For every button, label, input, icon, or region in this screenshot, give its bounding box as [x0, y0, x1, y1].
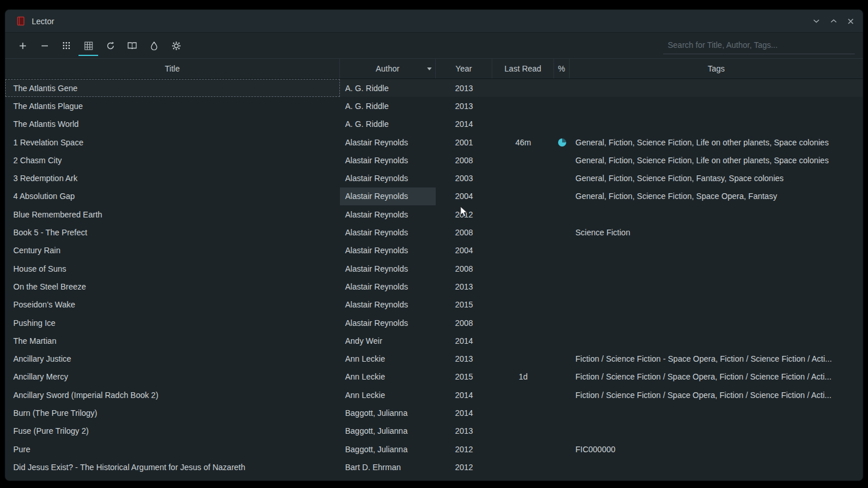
table-row[interactable]: The Atlantis Plague A. G. Riddle 2013 [5, 97, 863, 115]
cell-author[interactable]: Alastair Reynolds [340, 169, 436, 187]
cell-title[interactable]: Ancillary Sword (Imperial Radch Book 2) [5, 386, 340, 404]
cell-percent[interactable] [554, 169, 570, 187]
cell-title[interactable]: The Atlantis Gene [5, 79, 340, 97]
cell-title[interactable]: House of Suns [5, 260, 340, 277]
cell-year[interactable]: 2013 [436, 422, 492, 440]
cell-author[interactable]: Alastair Reynolds [340, 296, 436, 314]
cell-tags[interactable] [570, 205, 863, 223]
cell-last-read[interactable] [492, 458, 554, 476]
cell-percent[interactable] [554, 260, 570, 277]
table-row[interactable]: 3 Redemption Ark Alastair Reynolds 2003 … [5, 169, 863, 187]
cell-year[interactable]: 2013 [436, 97, 492, 115]
cell-title[interactable]: Poseidon's Wake [5, 296, 340, 314]
table-view-button[interactable] [79, 35, 98, 56]
settings-button[interactable] [167, 35, 185, 56]
cell-last-read[interactable]: 1d [492, 368, 554, 386]
cell-year[interactable]: 2013 [436, 350, 492, 367]
cell-last-read[interactable] [492, 296, 554, 314]
cell-author[interactable]: Ann Leckie [340, 368, 436, 386]
cell-author[interactable]: A. G. Riddle [340, 97, 436, 115]
cell-tags[interactable]: General, Fiction, Science Fiction, Life … [570, 151, 863, 169]
column-header-year[interactable]: Year [436, 59, 492, 78]
cell-percent[interactable] [554, 314, 570, 332]
cell-percent[interactable] [554, 296, 570, 314]
cell-tags[interactable] [570, 332, 863, 350]
cell-title[interactable]: On the Steel Breeze [5, 277, 340, 295]
table-row[interactable]: The Atlantis World A. G. Riddle 2014 [5, 115, 863, 133]
cell-year[interactable]: 2014 [436, 332, 492, 350]
cell-last-read[interactable] [492, 332, 554, 350]
cell-percent[interactable] [554, 458, 570, 476]
column-header-last-read[interactable]: Last Read [492, 59, 554, 78]
cell-last-read[interactable] [492, 422, 554, 440]
cell-percent[interactable] [554, 223, 570, 241]
cell-year[interactable]: 2013 [436, 79, 492, 97]
cell-tags[interactable] [570, 422, 863, 440]
refresh-library-button[interactable] [101, 35, 119, 56]
table-row[interactable]: House of Suns Alastair Reynolds 2008 [5, 260, 863, 277]
cell-percent[interactable] [554, 151, 570, 169]
cell-year[interactable]: 2008 [436, 223, 492, 241]
cell-tags[interactable] [570, 404, 863, 422]
cell-author[interactable]: Alastair Reynolds [340, 242, 436, 260]
cell-last-read[interactable] [492, 151, 554, 169]
cell-percent[interactable] [554, 133, 570, 151]
cell-tags[interactable] [570, 242, 863, 260]
cell-title[interactable]: The Atlantis Plague [5, 97, 340, 115]
cell-title[interactable]: Century Rain [5, 242, 340, 260]
cell-tags[interactable]: Fiction / Science Fiction / Space Opera,… [570, 368, 863, 386]
column-header-author[interactable]: Author [340, 59, 436, 78]
cell-year[interactable]: 2008 [436, 314, 492, 332]
cell-percent[interactable] [554, 368, 570, 386]
cell-last-read[interactable]: 46m [492, 133, 554, 151]
table-row[interactable]: On the Steel Breeze Alastair Reynolds 20… [5, 277, 863, 295]
table-row[interactable]: 2 Chasm City Alastair Reynolds 2008 Gene… [5, 151, 863, 169]
cell-tags[interactable]: FIC000000 [570, 440, 863, 458]
table-row[interactable]: Century Rain Alastair Reynolds 2004 [5, 242, 863, 260]
shade-window-button[interactable] [811, 16, 821, 27]
cover-view-button[interactable] [57, 35, 76, 56]
cell-author[interactable]: Ann Leckie [340, 350, 436, 367]
cell-author[interactable]: Baggott, Julianna [340, 422, 436, 440]
cell-tags[interactable]: General, Fiction, Science Fiction, Life … [570, 133, 863, 151]
cell-author[interactable]: Baggott, Julianna [340, 404, 436, 422]
cell-percent[interactable] [554, 386, 570, 404]
cell-year[interactable]: 2012 [436, 440, 492, 458]
cell-last-read[interactable] [492, 223, 554, 241]
cell-author[interactable]: Alastair Reynolds [340, 314, 436, 332]
cell-title[interactable]: Fuse (Pure Trilogy 2) [5, 422, 340, 440]
cell-year[interactable]: 2004 [436, 187, 492, 205]
table-row[interactable]: Pushing Ice Alastair Reynolds 2008 [5, 314, 863, 332]
cell-last-read[interactable] [492, 169, 554, 187]
cell-last-read[interactable] [492, 260, 554, 277]
cell-title[interactable]: Book 5 - The Prefect [5, 223, 340, 241]
cell-percent[interactable] [554, 277, 570, 295]
cell-last-read[interactable] [492, 386, 554, 404]
cell-last-read[interactable] [492, 115, 554, 133]
cell-percent[interactable] [554, 440, 570, 458]
cell-percent[interactable] [554, 422, 570, 440]
column-header-percent[interactable]: % [554, 59, 570, 78]
cell-author[interactable]: Baggott, Julianna [340, 440, 436, 458]
cell-tags[interactable] [570, 277, 863, 295]
cell-year[interactable]: 2015 [436, 296, 492, 314]
cell-tags[interactable]: Science Fiction [570, 223, 863, 241]
cell-author[interactable]: Bart D. Ehrman [340, 458, 436, 476]
cell-author[interactable]: Alastair Reynolds [340, 187, 436, 205]
cell-tags[interactable]: General, Fiction, Science Fiction, Space… [570, 187, 863, 205]
table-row[interactable]: Ancillary Justice Ann Leckie 2013 Fictio… [5, 350, 863, 367]
cell-year[interactable]: 2014 [436, 404, 492, 422]
table-row[interactable]: Ancillary Sword (Imperial Radch Book 2) … [5, 386, 863, 404]
cell-percent[interactable] [554, 79, 570, 97]
cell-percent[interactable] [554, 205, 570, 223]
table-row[interactable]: 4 Absolution Gap Alastair Reynolds 2004 … [5, 187, 863, 205]
table-row[interactable]: The Martian Andy Weir 2014 [5, 332, 863, 350]
cell-year[interactable]: 2001 [436, 133, 492, 151]
library-button[interactable] [123, 35, 141, 56]
add-book-button[interactable] [13, 35, 32, 56]
cell-last-read[interactable] [492, 277, 554, 295]
cell-year[interactable]: 2012 [436, 205, 492, 223]
cell-percent[interactable] [554, 242, 570, 260]
cell-year[interactable]: 2013 [436, 277, 492, 295]
table-row[interactable]: Fuse (Pure Trilogy 2) Baggott, Julianna … [5, 422, 863, 440]
